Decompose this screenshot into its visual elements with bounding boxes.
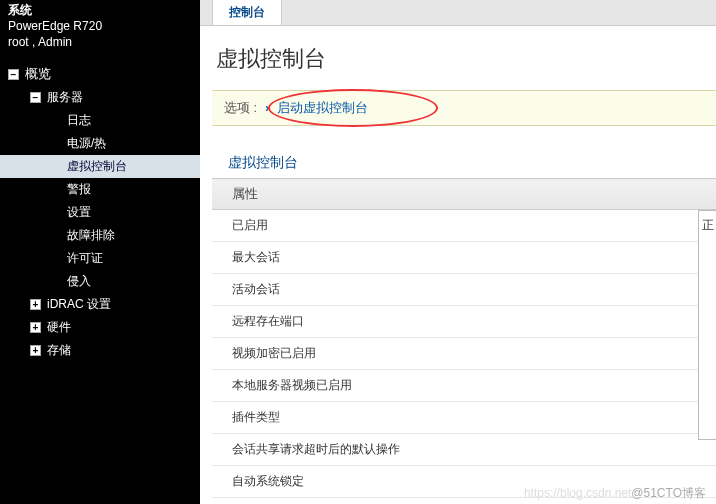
tree-item-intrusion[interactable]: 侵入 (0, 270, 200, 293)
expand-icon[interactable] (30, 322, 41, 333)
options-bar: 选项 : › 启动虚拟控制台 (212, 90, 716, 126)
column-header: 属性 (212, 179, 716, 210)
system-user: root , Admin (8, 34, 192, 50)
table-header-row: 属性 (212, 179, 716, 210)
sidebar: 系统 PowerEdge R720 root , Admin 概览 服务器 日志… (0, 0, 200, 504)
launch-vconsole-link[interactable]: 启动虚拟控制台 (277, 99, 368, 117)
tree-storage[interactable]: 存储 (0, 339, 200, 362)
tree-overview[interactable]: 概览 (0, 62, 200, 86)
tree-item-alert[interactable]: 警报 (0, 178, 200, 201)
table-row: 远程存在端口 (212, 306, 716, 338)
tab-console[interactable]: 控制台 (212, 0, 282, 25)
system-header: 系统 PowerEdge R720 root , Admin (0, 0, 200, 58)
table-row: 已启用 (212, 210, 716, 242)
section-title: 虚拟控制台 (212, 154, 716, 178)
right-panel-peek[interactable]: 正 (698, 210, 716, 440)
table-row: 自动系统锁定 (212, 466, 716, 498)
chevron-right-icon: › (265, 101, 269, 115)
main-panel: 控制台 虚拟控制台 选项 : › 启动虚拟控制台 虚拟控制台 属性 已启用 最大… (200, 0, 716, 504)
tree-item-settings[interactable]: 设置 (0, 201, 200, 224)
tab-bar: 控制台 (200, 0, 716, 26)
expand-icon[interactable] (30, 345, 41, 356)
tree-item-power[interactable]: 电源/热 (0, 132, 200, 155)
options-label: 选项 : (224, 99, 257, 117)
tree-item-log[interactable]: 日志 (0, 109, 200, 132)
tree-hardware[interactable]: 硬件 (0, 316, 200, 339)
tree-idrac[interactable]: iDRAC 设置 (0, 293, 200, 316)
expand-icon[interactable] (30, 299, 41, 310)
tree-server[interactable]: 服务器 (0, 86, 200, 109)
table-row: 会话共享请求超时后的默认操作 (212, 434, 716, 466)
table-row: 视频加密已启用 (212, 338, 716, 370)
collapse-icon[interactable] (8, 69, 19, 80)
table-row: 本地服务器视频已启用 (212, 370, 716, 402)
table-row: 活动会话 (212, 274, 716, 306)
system-model: PowerEdge R720 (8, 18, 192, 34)
table-row: 插件类型 (212, 402, 716, 434)
tree-item-vconsole[interactable]: 虚拟控制台 (0, 155, 200, 178)
properties-table: 属性 已启用 最大会话 活动会话 远程存在端口 视频加密已启用 本地服务器视频已… (212, 178, 716, 498)
page-title: 虚拟控制台 (212, 38, 716, 90)
table-row: 最大会话 (212, 242, 716, 274)
system-label: 系统 (8, 2, 192, 18)
collapse-icon[interactable] (30, 92, 41, 103)
tree-item-trouble[interactable]: 故障排除 (0, 224, 200, 247)
nav-tree: 概览 服务器 日志 电源/热 虚拟控制台 警报 设置 故障排除 (0, 58, 200, 366)
tree-item-license[interactable]: 许可证 (0, 247, 200, 270)
